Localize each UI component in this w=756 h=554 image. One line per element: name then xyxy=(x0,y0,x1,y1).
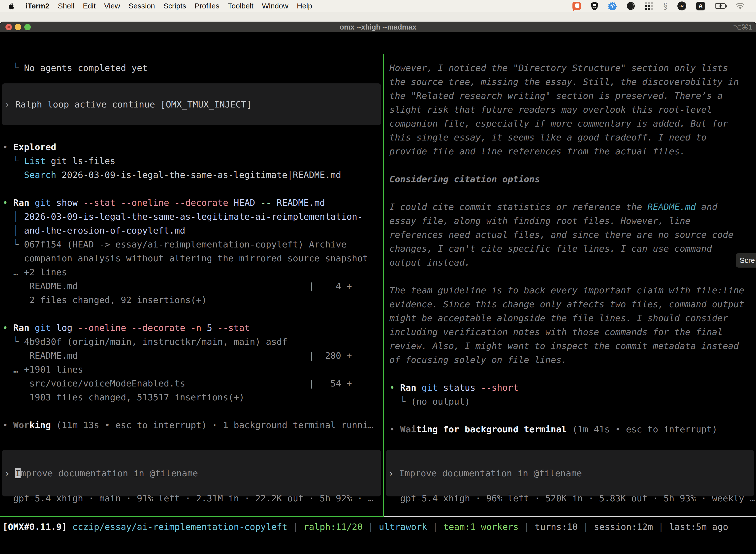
chat-icon[interactable] xyxy=(572,2,581,10)
terminal-line: this single essay, it seems like a good … xyxy=(389,130,744,145)
menu-status-icons: § ..61 A xyxy=(572,1,756,11)
terminal-line xyxy=(389,408,744,423)
terminal-line: companion file, especially if more comme… xyxy=(389,117,744,130)
left-pane-log: • Explored └ List git ls-files Search 20… xyxy=(2,140,374,432)
left-prompt-text: › Improve documentation in @filename xyxy=(4,466,198,480)
menu-window[interactable]: Window xyxy=(258,2,293,10)
menu-edit[interactable]: Edit xyxy=(79,2,100,10)
terminal-line xyxy=(389,367,744,381)
terminal-line: • Ran git status --short xyxy=(389,381,744,395)
left-inject-box[interactable]: › Ralph loop active continue [OMX_TMUX_I… xyxy=(2,84,381,125)
terminal-line: │ and-the-erosion-of-copyleft.md xyxy=(2,224,374,237)
battery-icon[interactable] xyxy=(715,3,726,9)
terminal-line: changes, I can't cite specific file line… xyxy=(389,242,744,256)
inactive-pane-border xyxy=(384,516,756,517)
apple-menu-icon[interactable] xyxy=(8,2,16,10)
terminal-line: • Waiting for background terminal (1m 41… xyxy=(389,423,744,436)
menu-iterm2[interactable]: iTerm2 xyxy=(21,2,54,10)
terminal-line: including verification notes with those … xyxy=(389,325,744,339)
terminal-line: └ No agents completed yet xyxy=(2,61,147,75)
menu-view[interactable]: View xyxy=(100,2,124,10)
badge-61-icon[interactable]: ..61 xyxy=(677,1,686,10)
terminal-line xyxy=(2,182,374,196)
terminal-line: └ (no output) xyxy=(389,395,744,408)
right-model-status: gpt-5.4 xhigh · 96% left · 520K in · 5.8… xyxy=(389,491,755,505)
terminal-line xyxy=(2,404,374,418)
terminal-line xyxy=(389,158,744,172)
terminal-line: evidence. Since this change only affects… xyxy=(389,297,744,311)
chat-icon-tail xyxy=(573,9,576,11)
terminal-line: references need actual files, and since … xyxy=(389,228,744,242)
wifi-icon[interactable] xyxy=(736,2,745,9)
menu-items: iTerm2ShellEditViewSessionScriptsProfile… xyxy=(21,2,316,10)
terminal-line: … +1901 lines xyxy=(2,363,374,377)
terminal-line: slight risk that future readers may over… xyxy=(389,103,744,117)
window-titlebar: omx --xhigh --madmax ⌥⌘1 xyxy=(0,22,756,32)
active-pane-border xyxy=(0,516,384,517)
terminal-line: output instead. xyxy=(389,256,744,270)
terminal-line: Search 2026-03-09-is-legal-the-same-as-l… xyxy=(2,168,374,182)
left-model-status: gpt-5.4 xhigh · main · 91% left · 2.31M … xyxy=(2,491,374,505)
verified-badge-icon[interactable] xyxy=(608,2,617,10)
terminal-line: • Explored xyxy=(2,140,374,154)
menu-toolbelt[interactable]: Toolbelt xyxy=(224,2,258,10)
terminal-line: provide file and line references from th… xyxy=(389,145,744,158)
terminal-line: • Ran git log --oneline --decorate -n 5 … xyxy=(2,321,374,335)
terminal-line: review. Also, I might want to inspect th… xyxy=(389,339,744,353)
terminal-line xyxy=(389,186,744,200)
terminal-line: … +2 lines xyxy=(2,265,374,279)
omx-status-bar: [OMX#0.11.9] cczip/essay/ai-reimplementa… xyxy=(2,520,728,534)
terminal-line: The team guideline is to back every impo… xyxy=(389,283,744,297)
terminal-line: However, I noticed the "Directory Struct… xyxy=(389,61,744,75)
window-shortcut: ⌥⌘1 xyxy=(733,23,753,31)
menu-profiles[interactable]: Profiles xyxy=(190,2,224,10)
terminal-line: └ 4b9d30f (origin/main, instructkr/main,… xyxy=(2,335,374,349)
menu-session[interactable]: Session xyxy=(124,2,159,10)
terminal-line: README.md | 4 + xyxy=(2,279,374,293)
terminal-line: Considering citation options xyxy=(389,172,744,186)
menu-help[interactable]: Help xyxy=(293,2,316,10)
screen-tooltip: Scre xyxy=(736,253,756,268)
right-prompt-input[interactable]: › Improve documentation in @filename xyxy=(386,450,754,496)
screen: iTerm2ShellEditViewSessionScriptsProfile… xyxy=(0,0,756,554)
terminal-line: │ 2026-03-09-is-legal-the-same-as-legiti… xyxy=(2,210,374,224)
terminal-line: companion analysis without altering the … xyxy=(2,252,374,265)
terminal-line: of focusing solely on file lines. xyxy=(389,353,744,367)
battery-nub xyxy=(726,5,727,7)
dots-grid-icon[interactable] xyxy=(645,2,653,10)
right-pane-log: However, I noticed the "Directory Struct… xyxy=(389,61,744,436)
window-title: omx --xhigh --madmax xyxy=(0,23,756,31)
terminal-line: • Ran git show --stat --oneline --decora… xyxy=(2,196,374,210)
left-inject-text: › Ralph loop active continue [OMX_TMUX_I… xyxy=(4,98,252,111)
left-prompt-input[interactable]: › Improve documentation in @filename xyxy=(2,450,381,496)
terminal-line: the source tree, missing the essay. Stil… xyxy=(389,75,744,89)
pane-divider[interactable] xyxy=(383,54,384,517)
terminal-line: src/voice/voiceModeEnabled.ts | 54 + xyxy=(2,377,374,390)
terminal-line: the "Related research writing" section i… xyxy=(389,89,744,103)
terminal-line: └ List git ls-files xyxy=(2,154,374,168)
macos-menu-bar: iTerm2ShellEditViewSessionScriptsProfile… xyxy=(0,0,756,12)
terminal-line: README.md | 280 + xyxy=(2,349,374,363)
menu-scripts[interactable]: Scripts xyxy=(159,2,190,10)
moon-contrast-icon[interactable] xyxy=(627,2,635,10)
terminal-line: might be acceptable alongside the file l… xyxy=(389,311,744,325)
terminal-line: 2 files changed, 92 insertions(+) xyxy=(2,293,374,307)
shield-grid-icon[interactable] xyxy=(591,1,598,10)
terminal-line: 1903 files changed, 513517 insertions(+) xyxy=(2,390,374,404)
terminal-line: └ 067f154 (HEAD -> essay/ai-reimplementa… xyxy=(2,237,374,252)
right-prompt-text: › Improve documentation in @filename xyxy=(388,466,582,480)
terminal-line xyxy=(389,270,744,283)
terminal-line: I could cite commit statistics or refere… xyxy=(389,200,744,214)
menu-shell[interactable]: Shell xyxy=(54,2,79,10)
terminal-line: • Working (11m 13s • esc to interrupt) ·… xyxy=(2,418,374,432)
terminal-line: essay file, along with finding root file… xyxy=(389,214,744,228)
dragon-icon[interactable]: § xyxy=(663,1,668,11)
left-pane-top: └ No agents completed yet xyxy=(2,61,147,75)
terminal-content: └ No agents completed yet › Ralph loop a… xyxy=(0,54,756,554)
letter-a-icon[interactable]: A xyxy=(696,2,705,10)
chat-icon-inner xyxy=(575,3,579,8)
terminal-line xyxy=(2,307,374,321)
iterm-window: omx --xhigh --madmax ⌥⌘1 └ No agents com… xyxy=(0,22,756,554)
